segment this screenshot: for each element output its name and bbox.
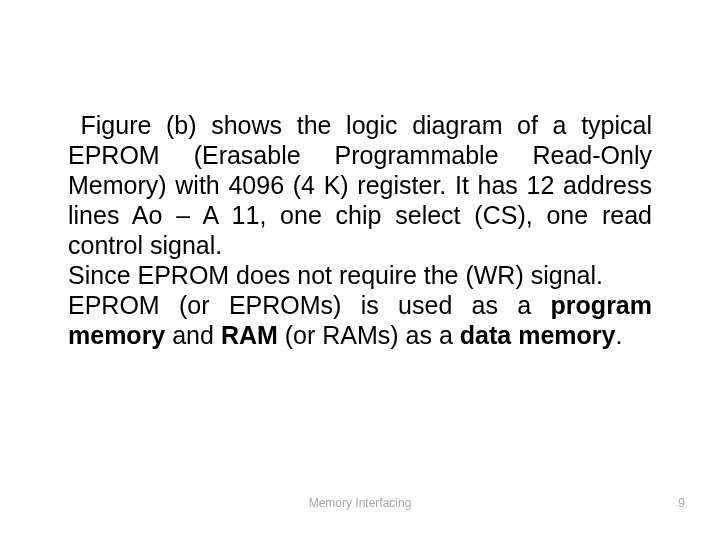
- paragraph-1: Figure (b) shows the logic diagram of a …: [68, 110, 652, 260]
- body-text: Figure (b) shows the logic diagram of a …: [68, 110, 652, 350]
- footer-title: Memory Interfacing: [0, 496, 720, 510]
- paragraph-2: Since EPROM does not require the (WR) si…: [68, 260, 652, 290]
- p3-bold-data-memory: data memory: [460, 321, 616, 349]
- paragraph-3: EPROM (or EPROMs) is used as a program m…: [68, 290, 652, 350]
- p3-part-c: and: [165, 321, 221, 349]
- p3-part-e: (or RAMs) as a: [278, 321, 460, 349]
- footer-page-number: 9: [678, 496, 685, 510]
- p3-part-g: .: [615, 321, 622, 349]
- p3-bold-ram: RAM: [221, 321, 278, 349]
- p3-part-a: EPROM (or EPROMs) is used as a: [68, 291, 551, 319]
